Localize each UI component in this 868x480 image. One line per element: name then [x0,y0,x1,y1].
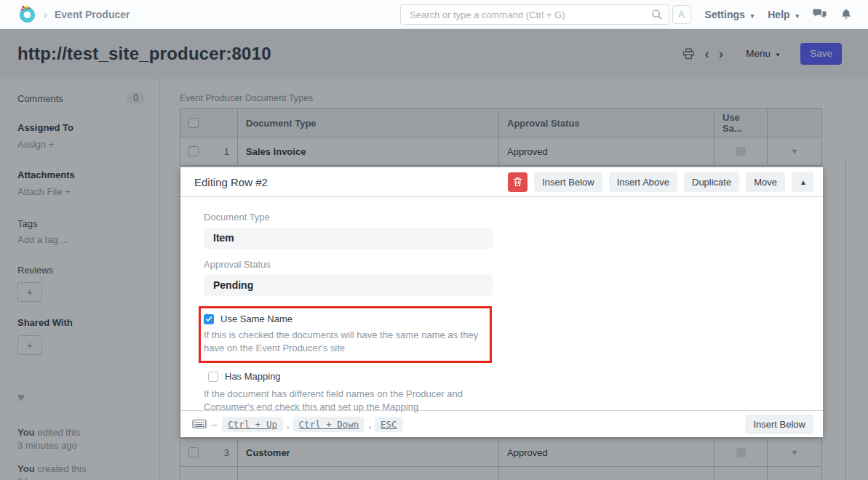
help-label: Help [768,9,789,20]
notifications-bell-icon[interactable] [840,8,852,20]
document-type-label: Document Type [204,212,823,223]
insert-below-footer-button[interactable]: Insert Below [745,415,813,434]
settings-label: Settings [705,9,745,20]
use-same-name-checkbox[interactable] [204,314,214,324]
keyboard-icon [192,419,207,429]
check-icon [205,316,212,322]
collapse-row-button[interactable]: ▲ [792,172,813,192]
shortcut-ctrl-down: Ctrl + Down [293,417,365,432]
search-icon [651,9,663,20]
approval-status-field[interactable]: Pending [204,275,493,296]
chevron-down-icon: ▾ [751,12,754,20]
global-search [400,4,669,25]
chevron-up-icon: ▲ [800,178,807,186]
avatar-letter: A [678,9,685,20]
editor-header: Editing Row #2 Insert Below Insert Above… [180,167,823,197]
shortcut-esc: ESC [375,417,403,432]
editor-title: Editing Row #2 [194,176,268,188]
has-mapping-label[interactable]: Has Mapping [225,371,281,382]
editor-footer: – Ctrl + Up , Ctrl + Down , ESC Insert B… [180,410,823,437]
breadcrumb[interactable]: Event Producer [55,9,130,20]
chevron-down-icon: ▾ [795,12,799,20]
has-mapping-block: Has Mapping If the document has differen… [204,371,823,413]
app-logo-icon[interactable] [17,4,37,24]
editor-body: Document Type Item Approval Status Pendi… [180,197,823,410]
chat-icon[interactable] [813,8,827,20]
avatar[interactable]: A [672,5,691,24]
search-input[interactable] [400,4,669,25]
insert-below-button[interactable]: Insert Below [534,172,602,192]
navbar: › Event Producer A Settings ▾ Help ▾ [0,0,868,29]
breadcrumb-separator-icon: › [44,8,47,20]
comma-separator: , [287,419,290,430]
delete-row-button[interactable] [508,172,527,192]
shortcut-ctrl-up: Ctrl + Up [222,417,283,432]
insert-above-button[interactable]: Insert Above [609,172,677,192]
trash-icon [513,177,522,187]
has-mapping-checkbox[interactable] [208,372,218,382]
red-annotation-box: Use Same Name If this is checked the doc… [199,306,492,363]
use-same-name-label[interactable]: Use Same Name [220,313,292,324]
has-mapping-description: If the document has different field name… [204,388,474,413]
help-menu[interactable]: Help ▾ [768,9,799,20]
dash-separator: – [212,419,217,430]
use-same-name-description: If this is checked the documents will ha… [204,329,489,354]
comma-separator: , [368,419,371,430]
move-button[interactable]: Move [746,172,785,192]
settings-menu[interactable]: Settings ▾ [705,9,754,20]
document-type-field[interactable]: Item [204,228,493,249]
approval-status-label: Approval Status [204,259,823,270]
grid-row-editor: Editing Row #2 Insert Below Insert Above… [180,167,823,437]
duplicate-button[interactable]: Duplicate [684,172,739,192]
